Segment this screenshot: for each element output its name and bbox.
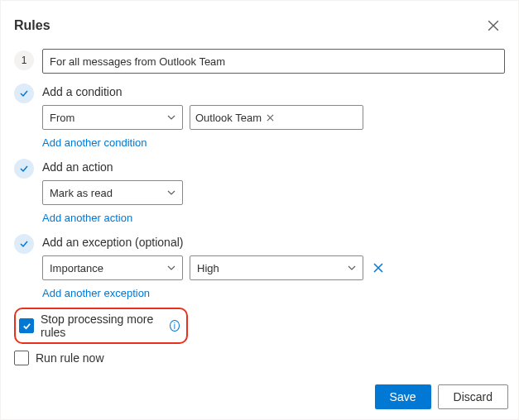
close-button[interactable] — [482, 14, 505, 37]
exception-field-select[interactable]: Importance — [42, 255, 183, 280]
run-now-checkbox[interactable] — [14, 351, 29, 365]
dialog-title: Rules — [14, 18, 50, 33]
exception-value-select[interactable]: High — [190, 255, 363, 280]
chevron-down-icon — [348, 262, 356, 274]
chevron-down-icon — [167, 262, 175, 274]
action-section: Add an action Mark as read Add another a… — [14, 157, 505, 224]
dialog-body: 1 Add a condition From Outlook Team — [11, 44, 508, 365]
condition-label: Add a condition — [42, 85, 505, 98]
discard-button[interactable]: Discard — [438, 384, 508, 409]
add-exception-link[interactable]: Add another exception — [42, 287, 150, 299]
chevron-down-icon — [167, 112, 175, 124]
save-button[interactable]: Save — [375, 384, 431, 409]
info-icon[interactable]: i — [170, 320, 180, 332]
step-badge: 1 — [14, 50, 34, 70]
run-now-label: Run rule now — [36, 351, 104, 365]
check-icon — [19, 164, 29, 174]
stop-processing-highlight: Stop processing more rules i — [14, 308, 188, 344]
action-field-select[interactable]: Mark as read — [42, 180, 183, 205]
exception-value: High — [197, 262, 219, 274]
close-icon — [373, 263, 383, 273]
rule-name-row: 1 — [14, 49, 505, 74]
exception-section: Add an exception (optional) Importance H… — [14, 232, 505, 299]
condition-value-token: Outlook Team — [195, 112, 262, 124]
action-label: Add an action — [42, 160, 505, 174]
condition-field-value: From — [50, 112, 74, 124]
close-icon — [488, 20, 499, 31]
run-now-row: Run rule now — [14, 351, 505, 365]
check-icon — [19, 88, 29, 98]
dialog-footer: Save Discard — [375, 384, 508, 409]
chevron-down-icon — [167, 187, 175, 199]
stop-processing-label: Stop processing more rules — [41, 313, 163, 339]
remove-exception-button[interactable] — [370, 260, 387, 276]
check-icon — [19, 239, 29, 249]
exception-field-value: Importance — [50, 262, 103, 274]
rules-dialog: Rules 1 Add a condition From — [0, 0, 519, 420]
exception-label: Add an exception (optional) — [42, 236, 505, 249]
action-check-badge — [14, 159, 34, 179]
condition-section: Add a condition From Outlook Team Add an… — [14, 82, 505, 149]
condition-field-select[interactable]: From — [42, 105, 183, 130]
check-icon — [22, 322, 31, 331]
token-remove-button[interactable] — [267, 111, 274, 124]
rule-name-input[interactable] — [42, 49, 505, 74]
stop-processing-checkbox[interactable] — [19, 318, 34, 333]
condition-value-input[interactable]: Outlook Team — [190, 105, 363, 130]
add-action-link[interactable]: Add another action — [42, 212, 132, 224]
action-field-value: Mark as read — [50, 187, 113, 199]
add-condition-link[interactable]: Add another condition — [42, 136, 147, 149]
exception-check-badge — [14, 234, 34, 254]
dialog-header: Rules — [11, 14, 508, 44]
condition-check-badge — [14, 84, 34, 103]
